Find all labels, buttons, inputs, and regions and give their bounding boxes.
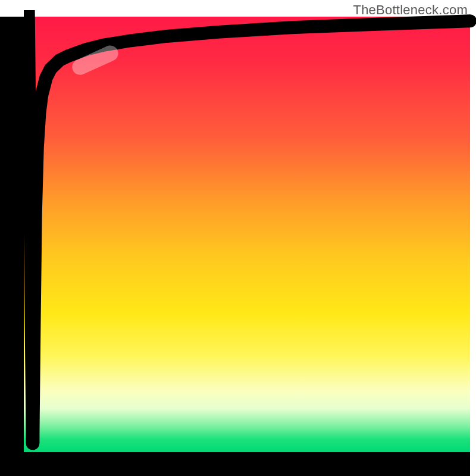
plot-area [24, 17, 470, 452]
chart-frame: TheBottleneck.com [0, 0, 476, 476]
y-axis-band [0, 17, 24, 476]
bottleneck-curve [33, 21, 470, 443]
curve-layer [24, 17, 470, 452]
x-axis-band [0, 452, 470, 476]
